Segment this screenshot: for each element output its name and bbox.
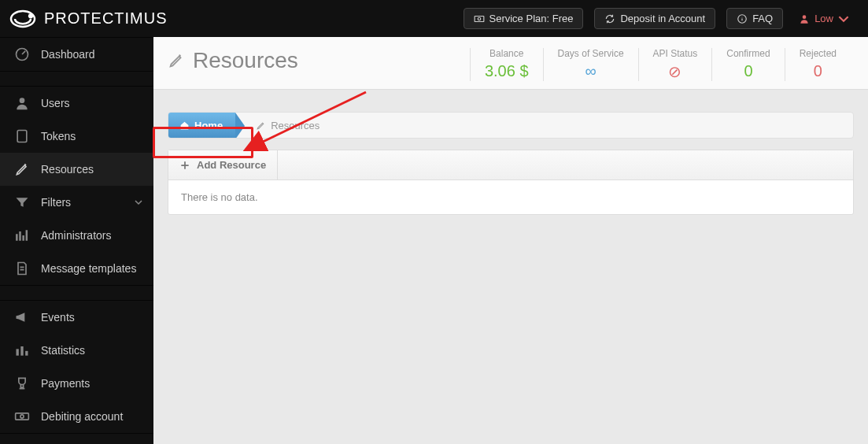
- svg-rect-9: [20, 346, 23, 356]
- sidebar-item-payments[interactable]: Payments: [0, 367, 153, 400]
- sidebar-item-statistics[interactable]: Statistics: [0, 334, 153, 367]
- sidebar-item-resources[interactable]: Resources: [0, 153, 153, 186]
- stat-rejected: Rejected 0: [785, 48, 851, 81]
- megaphone-icon: [14, 309, 30, 325]
- sidebar-item-filters[interactable]: Filters: [0, 186, 153, 219]
- svg-rect-11: [16, 413, 29, 420]
- page-header: Resources Balance 3.06 $ Days of Service…: [153, 37, 868, 90]
- faq-button[interactable]: FAQ: [726, 8, 783, 29]
- cash-icon: [14, 409, 30, 424]
- sidebar-item-label: Debiting account: [41, 410, 123, 423]
- caret-down-icon: [135, 198, 142, 206]
- edit-icon: [168, 52, 185, 69]
- panel-body: There is no data.: [168, 180, 853, 214]
- sidebar-item-users[interactable]: Users: [0, 87, 153, 120]
- brand-logo[interactable]: PROTECTIMUS: [0, 7, 168, 31]
- deposit-label: Deposit in Account: [620, 13, 705, 24]
- sidebar-item-label: Users: [41, 97, 70, 109]
- svg-rect-10: [25, 351, 28, 356]
- breadcrumb-current[interactable]: Resources: [235, 120, 331, 131]
- sidebar-item-label: Dashboard: [41, 48, 95, 61]
- svg-rect-1: [475, 16, 484, 21]
- stat-confirmed: Confirmed 0: [711, 48, 784, 81]
- svg-point-6: [20, 98, 25, 103]
- empty-message: There is no data.: [181, 191, 258, 203]
- plus-icon: [179, 160, 190, 171]
- stat-api: API Status ⊘: [638, 48, 712, 81]
- filter-icon: [14, 194, 30, 210]
- sidebar-item-templates[interactable]: Message templates: [0, 252, 153, 285]
- stat-label: Rejected: [800, 48, 837, 59]
- svg-rect-7: [17, 131, 27, 142]
- sidebar-item-tokens[interactable]: Tokens: [0, 120, 153, 153]
- sidebar-item-label: Statistics: [41, 344, 85, 357]
- sidebar-item-administrators[interactable]: Administrators: [0, 219, 153, 252]
- brand-text: PROTECTIMUS: [44, 9, 168, 28]
- deposit-button[interactable]: Deposit in Account: [594, 8, 715, 29]
- sidebar-item-dashboard[interactable]: Dashboard: [0, 38, 153, 71]
- service-plan-button[interactable]: Service Plan: Free: [464, 8, 584, 29]
- refresh-icon: [604, 13, 615, 24]
- svg-point-2: [478, 17, 481, 20]
- add-resource-label: Add Resource: [197, 159, 266, 171]
- home-icon: [179, 120, 190, 131]
- document-icon: [14, 261, 30, 276]
- user-icon: [799, 13, 810, 24]
- svg-point-12: [20, 415, 24, 418]
- stat-balance: Balance 3.06 $: [470, 48, 543, 81]
- edit-icon: [14, 161, 30, 177]
- sidebar-item-label: Events: [41, 311, 75, 324]
- user-menu[interactable]: Low: [794, 13, 854, 24]
- faq-label: FAQ: [752, 13, 773, 24]
- info-icon: [737, 13, 748, 24]
- sidebar-item-label: Tokens: [41, 130, 76, 142]
- sidebar-item-label: Resources: [41, 163, 94, 176]
- stat-value: 0: [726, 62, 770, 80]
- stat-value: 3.06 $: [485, 62, 529, 80]
- breadcrumb-home[interactable]: Home: [168, 113, 235, 138]
- service-plan-label: Service Plan: Free: [489, 13, 574, 24]
- bars-icon: [14, 228, 30, 243]
- gauge-icon: [14, 46, 30, 62]
- stat-days: Days of Service ∞: [543, 48, 638, 81]
- trophy-icon: [14, 376, 30, 391]
- svg-rect-8: [17, 349, 19, 355]
- resources-panel: Add Resource There is no data.: [168, 150, 854, 215]
- chart-icon: [14, 342, 30, 358]
- blocked-icon: ⊘: [653, 62, 698, 81]
- protectimus-logo-icon: [6, 7, 39, 31]
- money-icon: [474, 13, 485, 24]
- stat-label: Balance: [485, 48, 529, 59]
- sidebar-item-label: Administrators: [41, 229, 111, 242]
- stat-value: 0: [800, 62, 837, 80]
- device-icon: [14, 128, 30, 144]
- svg-point-0: [28, 13, 33, 18]
- svg-point-4: [803, 15, 807, 19]
- sidebar: Dashboard Users Tokens Resources Filters…: [0, 37, 153, 444]
- sidebar-item-label: Payments: [41, 377, 90, 390]
- add-resource-button[interactable]: Add Resource: [168, 150, 278, 179]
- sidebar-item-label: Message templates: [41, 262, 136, 275]
- content-area: Home Resources Add Resource There is no …: [153, 90, 868, 229]
- breadcrumb: Home Resources: [168, 112, 854, 139]
- user-name: Low: [814, 13, 833, 24]
- edit-icon: [256, 120, 266, 131]
- main-area: Resources Balance 3.06 $ Days of Service…: [153, 37, 868, 444]
- sidebar-item-label: Filters: [41, 196, 71, 209]
- top-bar: PROTECTIMUS Service Plan: Free Deposit i…: [0, 0, 868, 37]
- infinity-icon: ∞: [558, 62, 624, 80]
- stat-label: Confirmed: [726, 48, 770, 59]
- caret-down-icon: [838, 13, 849, 24]
- user-icon: [14, 95, 30, 111]
- stat-label: Days of Service: [558, 48, 624, 59]
- stat-label: API Status: [653, 48, 698, 59]
- sidebar-item-events[interactable]: Events: [0, 301, 153, 334]
- panel-header: Add Resource: [168, 150, 853, 180]
- page-title: Resources: [168, 48, 298, 73]
- sidebar-item-debiting[interactable]: Debiting account: [0, 400, 153, 433]
- stats-row: Balance 3.06 $ Days of Service ∞ API Sta…: [470, 48, 851, 81]
